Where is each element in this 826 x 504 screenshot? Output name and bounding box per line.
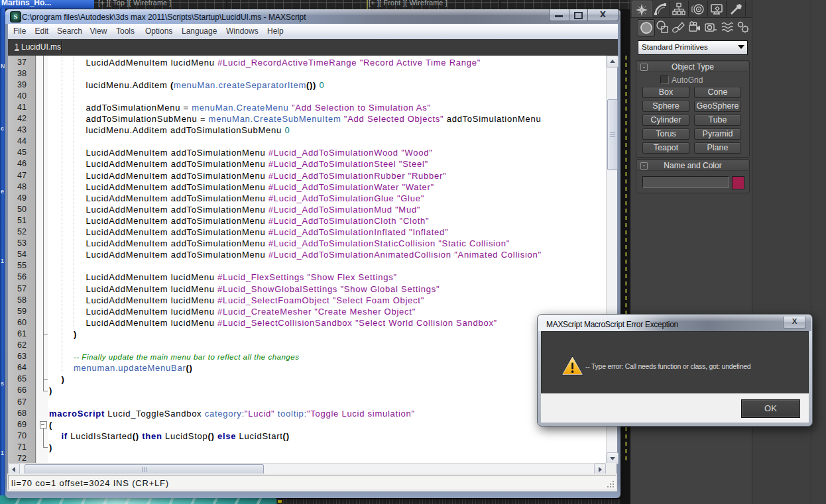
button-cone[interactable]: Cone bbox=[694, 87, 741, 98]
shapes-icon bbox=[656, 21, 669, 34]
panel-subtab-lights[interactable] bbox=[670, 19, 686, 35]
line-number: 61 bbox=[17, 328, 27, 340]
menu-view[interactable]: View bbox=[90, 26, 107, 36]
code-line-66[interactable]: ) bbox=[48, 385, 606, 396]
code-line-47[interactable]: LucidAddMenuItem addToSimulationMenu #Lu… bbox=[48, 170, 606, 181]
code-line-71[interactable]: ) bbox=[48, 442, 606, 453]
rollout-object-type-header[interactable]: - Object Type bbox=[637, 62, 748, 72]
vertical-scroll-thumb[interactable] bbox=[607, 99, 618, 170]
panel-tab-hierarchy[interactable] bbox=[670, 1, 689, 17]
panel-tab-create[interactable] bbox=[632, 1, 652, 17]
code-token: ) bbox=[49, 385, 52, 395]
code-line-59[interactable]: LucidAddMenuItem lucidMenu #Lucid_Create… bbox=[48, 306, 606, 317]
menu-file[interactable]: File bbox=[13, 26, 26, 36]
maximize-button[interactable] bbox=[569, 9, 587, 21]
code-line-56[interactable]: LucidAddMenuItem lucidMenu #Lucid_FlexSe… bbox=[48, 272, 606, 283]
menu-help[interactable]: Help bbox=[267, 26, 284, 36]
button-box[interactable]: Box bbox=[642, 87, 689, 98]
button-cylinder[interactable]: Cylinder bbox=[642, 115, 689, 126]
rollout-name-color-header[interactable]: - Name and Color bbox=[637, 160, 748, 171]
button-plane[interactable]: Plane bbox=[694, 142, 741, 154]
button-teapot[interactable]: Teapot bbox=[642, 142, 689, 154]
menu-tools[interactable]: Tools bbox=[116, 26, 135, 36]
panel-subtab-shapes[interactable] bbox=[654, 19, 670, 35]
indent-guide bbox=[74, 57, 74, 328]
button-sphere[interactable]: Sphere bbox=[642, 101, 689, 112]
panel-tab-modify[interactable] bbox=[652, 1, 670, 17]
code-line-55[interactable] bbox=[48, 260, 606, 272]
code-token: #Lucid_SelectCollisionSandbox bbox=[217, 318, 353, 328]
code-line-37[interactable]: LucidAddMenuItem lucidMenu #Lucid_Record… bbox=[48, 57, 606, 68]
primitives-dropdown[interactable]: Standard Primitives bbox=[638, 40, 748, 55]
code-line-51[interactable]: LucidAddMenuItem addToSimulationMenu #Lu… bbox=[48, 215, 606, 227]
code-token: LucidAddMenuItem lucidMenu bbox=[86, 307, 217, 317]
panel-subtab-helpers[interactable] bbox=[703, 19, 719, 35]
code-line-50[interactable]: LucidAddMenuItem addToSimulationMenu #Lu… bbox=[48, 204, 606, 215]
horizontal-scrollbar[interactable] bbox=[8, 463, 606, 474]
line-number: 53 bbox=[17, 238, 27, 249]
code-line-67[interactable] bbox=[48, 397, 606, 408]
code-line-54[interactable]: LucidAddMenuItem addToSimulationMenu #Lu… bbox=[48, 249, 606, 260]
minimize-button[interactable] bbox=[549, 9, 569, 21]
code-line-64[interactable]: menuman.updateMenuBar() bbox=[48, 362, 606, 374]
code-line-70[interactable]: if LucidIsStarted() then LucidStop() els… bbox=[48, 430, 606, 442]
code-line-44[interactable] bbox=[48, 136, 606, 147]
code-line-49[interactable]: LucidAddMenuItem addToSimulationMenu #Lu… bbox=[48, 193, 606, 204]
code-text-area[interactable]: LucidAddMenuItem lucidMenu #Lucid_Record… bbox=[48, 56, 606, 463]
code-line-58[interactable]: LucidAddMenuItem lucidMenu #Lucid_Select… bbox=[48, 295, 606, 306]
code-line-40[interactable] bbox=[48, 91, 606, 102]
panel-subtab-systems[interactable] bbox=[735, 19, 751, 35]
code-line-61[interactable]: ) bbox=[48, 328, 606, 340]
code-token: LucidStop bbox=[162, 431, 208, 441]
panel-subtab-geometry[interactable] bbox=[638, 19, 655, 36]
code-editor[interactable]: 3738394041424344454647484950515253545556… bbox=[8, 56, 617, 463]
close-button[interactable]: X bbox=[587, 9, 619, 21]
code-token: #Lucid_AddToSimulationRubber bbox=[268, 171, 405, 181]
menu-edit[interactable]: Edit bbox=[35, 26, 49, 36]
code-line-60[interactable]: LucidAddMenuItem lucidMenu #Lucid_Select… bbox=[48, 317, 606, 328]
scroll-up-button[interactable] bbox=[607, 56, 619, 68]
code-line-43[interactable]: lucidMenu.Additem addToSimulationSubMenu… bbox=[48, 125, 606, 136]
panel-tab-display[interactable] bbox=[708, 1, 727, 17]
button-geosphere[interactable]: GeoSphere bbox=[694, 101, 741, 112]
button-tube[interactable]: Tube bbox=[694, 115, 741, 126]
code-line-52[interactable]: LucidAddMenuItem addToSimulationMenu #Lu… bbox=[48, 227, 606, 238]
code-line-57[interactable]: LucidAddMenuItem lucidMenu #Lucid_ShowGl… bbox=[48, 283, 606, 295]
object-color-swatch[interactable] bbox=[732, 176, 744, 189]
code-line-39[interactable]: lucidMenu.Additem (menuMan.createSeparat… bbox=[48, 79, 606, 91]
code-line-46[interactable]: LucidAddMenuItem addToSimulationMenu #Lu… bbox=[48, 158, 606, 170]
autogrid-checkbox[interactable] bbox=[660, 76, 669, 84]
menu-search[interactable]: Search bbox=[57, 26, 82, 36]
arrow-left-icon bbox=[12, 467, 15, 472]
code-line-63[interactable]: -- Finally update the main menu bar to r… bbox=[48, 351, 606, 362]
menu-language[interactable]: Language bbox=[182, 26, 217, 36]
code-token: Lucid_ToggleSandbox bbox=[105, 409, 205, 419]
code-line-53[interactable]: LucidAddMenuItem addToSimulationMenu #Lu… bbox=[48, 238, 606, 249]
panel-subtab-cameras[interactable] bbox=[687, 19, 703, 35]
menu-windows[interactable]: Windows bbox=[226, 26, 259, 36]
code-line-65[interactable]: ) bbox=[48, 374, 606, 385]
code-line-38[interactable] bbox=[48, 68, 606, 79]
tab-lucidui[interactable]: 1 LucidUI.ms bbox=[15, 42, 61, 52]
menu-options[interactable]: Options bbox=[145, 26, 172, 36]
code-line-48[interactable]: LucidAddMenuItem addToSimulationMenu #Lu… bbox=[48, 181, 606, 193]
code-line-68[interactable]: macroScript Lucid_ToggleSandbox category… bbox=[48, 408, 606, 419]
panel-tab-motion[interactable] bbox=[689, 1, 708, 17]
panel-tab-utilities[interactable] bbox=[727, 1, 746, 17]
code-line-72[interactable] bbox=[48, 453, 606, 463]
button-pyramid[interactable]: Pyramid bbox=[694, 128, 741, 140]
code-line-69[interactable]: ( bbox=[48, 419, 606, 430]
geometry-icon bbox=[640, 21, 653, 34]
ok-button[interactable]: OK bbox=[741, 399, 800, 418]
button-torus[interactable]: Torus bbox=[642, 128, 689, 140]
resize-grip[interactable] bbox=[606, 479, 615, 488]
code-line-62[interactable] bbox=[48, 340, 606, 351]
code-line-42[interactable]: addToSimulationSubMenu = menuMan.CreateS… bbox=[48, 113, 606, 125]
panel-subtab-space-warps[interactable] bbox=[719, 19, 735, 35]
object-name-field[interactable] bbox=[642, 176, 729, 188]
code-line-45[interactable]: LucidAddMenuItem addToSimulationMenu #Lu… bbox=[48, 147, 606, 158]
line-number-gutter: 3738394041424344454647484950515253545556… bbox=[8, 56, 36, 463]
code-line-41[interactable]: addToSimulationMenu = menuMan.CreateMenu… bbox=[48, 102, 606, 113]
line-number: 51 bbox=[17, 215, 27, 227]
error-dialog-close-button[interactable]: X bbox=[783, 317, 806, 328]
